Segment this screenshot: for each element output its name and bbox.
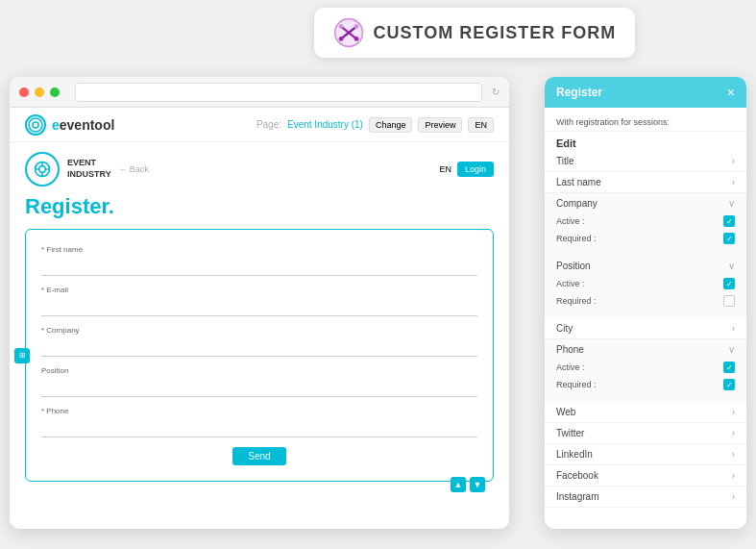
event-name: EVENT INDUSTRY	[67, 158, 111, 180]
company-field: * Company	[41, 326, 477, 357]
email-label: * E-mail	[41, 286, 477, 294]
chevron-right-icon: ›	[732, 177, 735, 187]
badge-title: CUSTOM REGISTER FORM	[374, 23, 617, 43]
svg-point-5	[354, 37, 358, 41]
company-label: * Company	[41, 326, 477, 335]
svg-point-8	[33, 122, 38, 128]
phone-field: * Phone	[41, 407, 477, 437]
phone-active-row: Active : ✓	[556, 359, 735, 376]
back-link[interactable]: ← Back	[119, 164, 149, 174]
first-name-label: * First name	[41, 245, 477, 254]
browser-url-bar[interactable]	[75, 83, 482, 102]
app-header: eeventool Page: Event Industry (1) Chang…	[10, 108, 509, 142]
handle-up[interactable]: ▲	[451, 477, 466, 492]
form-handle[interactable]: ⊞	[14, 348, 30, 363]
position-required-checkbox[interactable]	[723, 295, 735, 307]
logo-text: eeventool	[52, 117, 114, 133]
phone-label: * Phone	[41, 407, 477, 415]
dot-red[interactable]	[19, 87, 29, 97]
position-active-row: Active : ✓	[556, 275, 735, 292]
first-name-input[interactable]	[41, 257, 477, 276]
svg-point-7	[29, 118, 42, 132]
chevron-down-icon: ∨	[728, 344, 735, 355]
position-label: Position	[41, 366, 477, 375]
company-required-checkbox[interactable]: ✓	[723, 233, 735, 244]
event-header: EVENT INDUSTRY ← Back EN Login	[25, 152, 494, 187]
language-button[interactable]: EN	[468, 117, 494, 133]
chevron-down-icon: ∨	[728, 198, 735, 209]
svg-point-10	[39, 166, 46, 173]
company-expand-content: Active : ✓ Required : ✓	[556, 209, 735, 251]
position-active-checkbox[interactable]: ✓	[723, 278, 735, 289]
phone-input[interactable]	[41, 418, 477, 437]
panel-row-phone: Phone ∨ Active : ✓ Required : ✓	[545, 339, 746, 402]
email-input[interactable]	[41, 297, 477, 316]
panel-header: Register ×	[545, 77, 746, 108]
phone-active-checkbox[interactable]: ✓	[723, 362, 735, 373]
preview-button[interactable]: Preview	[418, 117, 462, 133]
chevron-right-icon: ›	[732, 407, 735, 417]
panel-row-twitter[interactable]: Twitter ›	[545, 423, 746, 444]
svg-point-3	[338, 24, 343, 29]
header-right: Page: Event Industry (1) Change Preview …	[256, 117, 494, 133]
svg-point-6	[338, 37, 343, 41]
session-row: With registration for sessions:	[545, 113, 746, 132]
panel-row-linkedin[interactable]: LinkedIn ›	[545, 444, 746, 465]
chevron-right-icon: ›	[732, 449, 735, 460]
top-badge: CUSTOM REGISTER FORM	[314, 8, 636, 58]
login-button[interactable]: Login	[457, 162, 494, 177]
company-expand-header[interactable]: Company ∨	[556, 198, 735, 209]
chevron-right-icon: ›	[732, 323, 735, 334]
event-logo: EVENT INDUSTRY ← Back	[25, 152, 149, 187]
company-input[interactable]	[41, 337, 477, 357]
change-button[interactable]: Change	[369, 117, 413, 133]
panel-row-company: Company ∨ Active : ✓ Required : ✓	[545, 193, 746, 256]
panel-row-web[interactable]: Web ›	[545, 402, 746, 423]
reload-icon[interactable]: ↻	[492, 87, 500, 97]
browser-window: ↻ eeventool Page: Event Industry (1) Cha…	[10, 77, 509, 529]
first-name-field: * First name	[41, 245, 477, 276]
chevron-right-icon: ›	[732, 470, 735, 481]
register-form: ⊞ * First name * E-mail * Company Positi…	[25, 229, 494, 482]
panel-row-facebook[interactable]: Facebook ›	[545, 465, 746, 487]
panel-row-instagram[interactable]: Instagram ›	[545, 487, 746, 508]
panel-row-lastname[interactable]: Last name ›	[545, 172, 746, 193]
panel-title: Register	[556, 86, 602, 99]
position-input[interactable]	[41, 378, 477, 397]
page-link[interactable]: Event Industry (1)	[287, 119, 363, 130]
company-active-row: Active : ✓	[556, 212, 735, 230]
panel-row-title[interactable]: Title ›	[545, 151, 746, 172]
chevron-right-icon: ›	[732, 491, 735, 502]
edit-section-label: Edit	[545, 132, 746, 151]
position-required-row: Required :	[556, 292, 735, 310]
app-left: EVENT INDUSTRY ← Back EN Login Register.…	[10, 142, 509, 529]
panel-close-button[interactable]: ×	[727, 85, 735, 100]
en-lang[interactable]: EN	[439, 164, 451, 174]
register-title: Register.	[25, 194, 494, 219]
email-field: * E-mail	[41, 286, 477, 316]
dot-yellow[interactable]	[35, 87, 44, 97]
event-circle-icon	[25, 152, 60, 187]
form-bottom-handles: ▲ ▼	[451, 477, 485, 492]
phone-expand-header[interactable]: Phone ∨	[556, 344, 735, 355]
right-panel: Register × With registration for session…	[545, 77, 746, 529]
phone-required-checkbox[interactable]: ✓	[723, 379, 735, 390]
panel-row-city[interactable]: City ›	[545, 318, 746, 339]
panel-body: With registration for sessions: Edit Tit…	[545, 108, 746, 525]
position-expand-content: Active : ✓ Required :	[556, 271, 735, 313]
position-expand-header[interactable]: Position ∨	[556, 261, 735, 271]
badge-icon	[333, 17, 364, 48]
chevron-right-icon: ›	[732, 156, 735, 166]
handle-down[interactable]: ▼	[470, 477, 485, 492]
chevron-right-icon: ›	[732, 428, 735, 438]
company-required-row: Required : ✓	[556, 230, 735, 247]
chevron-down-icon: ∨	[728, 261, 735, 271]
logo-circle	[25, 114, 46, 136]
send-button[interactable]: Send	[232, 447, 285, 465]
company-active-checkbox[interactable]: ✓	[723, 215, 735, 227]
dot-green[interactable]	[50, 87, 60, 97]
phone-required-row: Required : ✓	[556, 376, 735, 393]
position-field: Position	[41, 366, 477, 397]
event-right: EN Login	[439, 162, 494, 177]
phone-expand-content: Active : ✓ Required : ✓	[556, 355, 735, 397]
